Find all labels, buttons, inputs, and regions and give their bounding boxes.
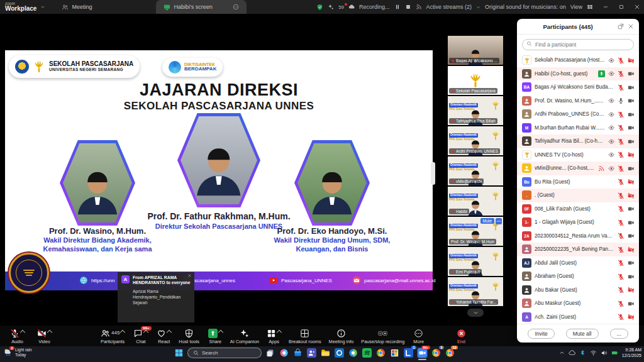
taskbar-app-icon[interactable] bbox=[375, 348, 386, 358]
camera-on-icon[interactable] bbox=[628, 70, 635, 77]
camera-on-icon[interactable] bbox=[628, 219, 635, 226]
minimize-button[interactable] bbox=[602, 4, 609, 10]
video-tile[interactable]: Orientasi Akademik PPG Guru Tertentu Mut… bbox=[448, 247, 503, 276]
participant-row[interactable]: 1- 1 - Glagah Wijaya (Guest) bbox=[517, 216, 639, 229]
toolbar-button[interactable]: React bbox=[155, 328, 172, 344]
taskbar-app-icon[interactable]: 99+ bbox=[417, 348, 428, 358]
taskbar-app-icon[interactable] bbox=[320, 348, 331, 358]
taskbar-app-icon[interactable]: 1 bbox=[403, 348, 414, 358]
more-options-button[interactable]: ... bbox=[610, 329, 628, 339]
participant-row[interactable]: Prof. Dr. Wasino, M.Hum_... (Co-host) bbox=[517, 94, 639, 108]
taskbar-clock[interactable]: 9:28 AM 12/1/2025 bbox=[622, 348, 641, 359]
toolbar-button[interactable]: Host tools bbox=[177, 328, 200, 344]
toolbar-button[interactable]: End bbox=[455, 328, 467, 344]
taskbar-app-icon[interactable] bbox=[265, 348, 275, 358]
video-tile[interactable]: Orientasi Akademik PPG Guru Tertentu Mut… bbox=[448, 126, 503, 155]
video-tile[interactable]: Orientasi Akademik PPG Guru Tertentu Mut… bbox=[448, 187, 503, 216]
toolbar-button[interactable]: More bbox=[412, 328, 425, 344]
toolbar-button[interactable]: Audio bbox=[9, 328, 26, 344]
volume-icon[interactable] bbox=[601, 349, 608, 356]
taskbar-app-icon[interactable]: 8 bbox=[431, 348, 441, 358]
camera-on-icon[interactable] bbox=[628, 124, 635, 131]
camera-on-icon[interactable] bbox=[628, 273, 635, 280]
participant-row[interactable]: Abu Maskur (Guest) bbox=[517, 297, 639, 310]
mic-muted-icon[interactable] bbox=[618, 138, 625, 145]
bluetooth-icon[interactable] bbox=[579, 349, 586, 356]
toolbar-button[interactable]: Pause/stop recording bbox=[360, 328, 406, 344]
taskbar-search[interactable]: Search bbox=[187, 348, 262, 358]
toolbar-button[interactable]: Video bbox=[36, 328, 53, 344]
camera-on-icon[interactable] bbox=[628, 206, 635, 212]
tab-more-icon[interactable] bbox=[233, 4, 239, 10]
toolbar-button[interactable]: Apps bbox=[265, 328, 282, 344]
chevron-down-icon[interactable] bbox=[40, 4, 45, 9]
camera-off-icon[interactable] bbox=[628, 178, 635, 185]
camera-off-icon[interactable] bbox=[628, 57, 635, 64]
camera-off-icon[interactable] bbox=[628, 192, 635, 199]
participant-row[interactable]: BA Bagas Aji Wicaksono Seni Buday... (Gu… bbox=[517, 80, 639, 94]
camera-on-icon[interactable] bbox=[628, 165, 635, 172]
mic-muted-icon[interactable] bbox=[618, 219, 625, 226]
participant-row[interactable]: Sekolah Pascasarjana (Host, me) bbox=[517, 53, 639, 67]
camera-off-icon[interactable] bbox=[628, 314, 635, 321]
mic-muted-icon[interactable] bbox=[618, 151, 625, 158]
invite-button[interactable]: Invite bbox=[528, 329, 554, 339]
tab-meeting[interactable]: Meeting bbox=[54, 0, 99, 14]
toolbar-button[interactable]: Share bbox=[207, 328, 224, 344]
camera-on-icon[interactable] bbox=[628, 97, 635, 104]
mic-muted-icon[interactable] bbox=[618, 314, 625, 321]
toolbar-button[interactable]: 99+ Chat bbox=[132, 328, 149, 344]
mic-muted-icon[interactable] bbox=[618, 260, 625, 266]
view-grid-icon[interactable] bbox=[587, 4, 593, 10]
participant-search-input[interactable] bbox=[522, 39, 634, 50]
onedrive-icon[interactable] bbox=[569, 349, 575, 356]
toolbar-button[interactable]: AI Companion bbox=[229, 328, 260, 344]
tile-more-button[interactable] bbox=[496, 218, 502, 224]
participant-row[interactable]: . . (Guest) bbox=[517, 189, 639, 202]
mic-muted-icon[interactable] bbox=[618, 246, 625, 253]
mic-muted-icon[interactable] bbox=[618, 57, 625, 64]
mute-button[interactable]: Mute bbox=[480, 218, 494, 224]
camera-on-icon[interactable] bbox=[628, 300, 635, 307]
mic-muted-icon[interactable] bbox=[618, 192, 625, 199]
mic-on-icon[interactable] bbox=[618, 97, 625, 104]
taskbar-app-icon[interactable] bbox=[306, 348, 317, 358]
video-tile[interactable]: Orientasi Akademik PPG Guru Tertentu Mut… bbox=[448, 96, 503, 125]
participant-row[interactable]: vMix@unne... (Co-host, guest) bbox=[517, 162, 639, 175]
original-sound-toggle[interactable]: Original sound for musicians: on bbox=[485, 4, 566, 10]
close-icon[interactable] bbox=[628, 23, 634, 30]
mic-muted-icon[interactable] bbox=[618, 111, 625, 118]
maximize-button[interactable] bbox=[618, 4, 625, 10]
camera-on-icon[interactable] bbox=[628, 138, 635, 145]
scrollbar-thumb[interactable] bbox=[431, 162, 435, 185]
mic-muted-icon[interactable] bbox=[618, 165, 625, 172]
participant-row[interactable]: 0F 008_Lilik Faizah (Guest) bbox=[517, 202, 639, 216]
wifi-icon[interactable] bbox=[590, 349, 597, 356]
start-button[interactable] bbox=[174, 348, 184, 358]
camera-on-icon[interactable] bbox=[628, 260, 635, 266]
video-tile[interactable]: Orientasi Akademik PPG Guru Tertentu Mut… bbox=[448, 217, 503, 246]
camera-off-icon[interactable] bbox=[628, 151, 635, 158]
close-button[interactable] bbox=[634, 4, 640, 10]
participant-row[interactable]: A Ach. Zaini (Guest) bbox=[517, 310, 639, 324]
camera-on-icon[interactable] bbox=[628, 233, 635, 239]
taskbar-app-icon[interactable] bbox=[348, 348, 358, 358]
video-tile[interactable]: Orientasi Akademik PPG Guru Tertentu Mut… bbox=[448, 277, 503, 306]
participant-row[interactable]: Abu Bakar (Guest) bbox=[517, 283, 639, 297]
mic-muted-icon[interactable] bbox=[618, 84, 625, 91]
chat-notification-popup[interactable]: A From APRIZAL RAMA HENDRAYANTO to every… bbox=[118, 272, 194, 322]
tab-habibis-screen[interactable]: Habibi's screen bbox=[156, 0, 247, 14]
mic-muted-icon[interactable] bbox=[618, 70, 625, 77]
mic-muted-icon[interactable] bbox=[618, 287, 625, 293]
participant-row[interactable]: Bu Bu Rita (Guest) bbox=[517, 175, 639, 189]
video-tile[interactable]: Orientasi Akademik PPG Guru Tertentu Mut… bbox=[448, 66, 503, 95]
taskbar-app-icon[interactable] bbox=[334, 348, 345, 358]
chevron-down-icon[interactable] bbox=[476, 5, 480, 9]
camera-off-icon[interactable] bbox=[628, 246, 635, 253]
mic-muted-icon[interactable] bbox=[618, 233, 625, 239]
tray-expand-icon[interactable] bbox=[559, 350, 565, 356]
video-tile[interactable]: Orientasi Akademik PPG Guru Tertentu Mut… bbox=[448, 156, 503, 185]
taskbar-app-icon[interactable] bbox=[362, 348, 372, 358]
active-streams-label[interactable]: Active streams (2) bbox=[426, 4, 472, 10]
participant-row[interactable]: AJ Abdul Jalil (Guest) bbox=[517, 256, 639, 270]
